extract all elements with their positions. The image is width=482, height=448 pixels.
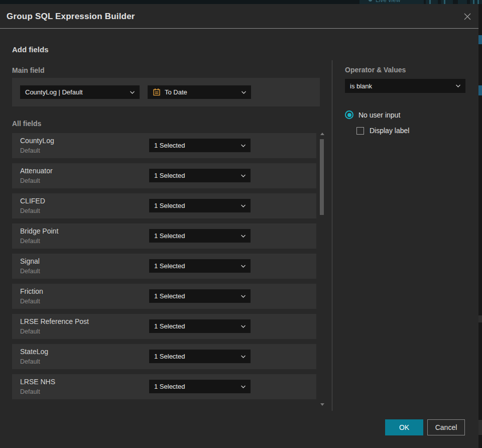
field-subtitle: Default xyxy=(20,238,40,245)
operator-select[interactable]: is blank xyxy=(345,79,465,93)
screen: Live view Group SQL Expression Builder A… xyxy=(0,0,482,448)
checkbox-unchecked-icon xyxy=(356,127,364,135)
field-values-select[interactable]: 1 Selected xyxy=(149,259,251,273)
display-label-checkbox[interactable]: Display label xyxy=(356,127,409,135)
background-toolbar-segment xyxy=(426,0,438,4)
chevron-down-icon xyxy=(240,324,246,328)
background-toolbar-segment xyxy=(470,0,482,4)
chevron-down-icon xyxy=(130,90,135,94)
field-values-select[interactable]: 1 Selected xyxy=(149,289,251,303)
background-app-strip: Live view xyxy=(0,0,482,4)
cancel-button[interactable]: Cancel xyxy=(427,419,465,435)
field-name: Signal xyxy=(20,257,40,265)
field-subtitle: Default xyxy=(20,298,40,305)
field-values-select-value: 1 Selected xyxy=(154,292,185,300)
live-view-chip: Live view xyxy=(359,0,424,4)
field-name: Attenuator xyxy=(20,167,53,175)
field-subtitle: Default xyxy=(20,328,40,335)
main-field-label: Main field xyxy=(12,66,45,74)
background-toolbar-mark xyxy=(429,0,431,4)
no-user-input-label: No user input xyxy=(358,111,400,119)
background-toolbar-mark xyxy=(477,0,479,4)
background-highlight xyxy=(478,85,482,95)
field-row: CLIFED Default 1 Selected xyxy=(12,193,316,218)
ok-button[interactable]: OK xyxy=(385,419,423,435)
scrollbar-down-arrow-icon[interactable] xyxy=(320,403,324,406)
field-subtitle: Default xyxy=(20,388,40,395)
field-values-select-value: 1 Selected xyxy=(154,262,185,270)
background-highlight xyxy=(478,35,482,44)
close-button[interactable] xyxy=(461,11,474,22)
background-toolbar-mark xyxy=(444,0,445,4)
field-name: StateLog xyxy=(20,348,48,356)
field-name: CLIFED xyxy=(20,197,45,205)
field-name: Friction xyxy=(20,287,43,295)
field-subtitle: Default xyxy=(20,268,40,275)
group-sql-expression-builder-dialog: Group SQL Expression Builder Add fields … xyxy=(0,4,478,448)
field-row: LRSE Reference Post Default 1 Selected xyxy=(12,314,316,339)
background-toolbar-mark xyxy=(473,0,474,4)
field-values-select[interactable]: 1 Selected xyxy=(149,139,251,152)
background-fragment xyxy=(478,420,482,435)
field-values-select-value: 1 Selected xyxy=(154,232,185,240)
operator-select-value: is blank xyxy=(350,82,372,90)
field-name: Bridge Point xyxy=(20,227,58,235)
chevron-down-icon xyxy=(240,204,246,207)
field-values-select-value: 1 Selected xyxy=(154,172,185,179)
add-fields-heading: Add fields xyxy=(12,45,49,54)
field-row: Friction Default 1 Selected xyxy=(12,284,316,309)
chevron-down-icon xyxy=(241,90,247,94)
field-values-select[interactable]: 1 Selected xyxy=(149,350,251,363)
live-indicator-dot xyxy=(369,0,372,2)
field-subtitle: Default xyxy=(20,177,40,184)
field-values-select[interactable]: 1 Selected xyxy=(149,169,251,182)
fields-list-scrollbar[interactable] xyxy=(318,132,326,407)
operator-values-label: Operator & Values xyxy=(345,66,406,74)
field-values-select[interactable]: 1 Selected xyxy=(149,319,251,333)
field-subtitle: Default xyxy=(20,147,40,154)
dialog-title: Group SQL Expression Builder xyxy=(7,4,135,29)
chevron-down-icon xyxy=(240,294,246,298)
field-values-select-value: 1 Selected xyxy=(154,383,185,390)
scrollbar-up-arrow-icon[interactable] xyxy=(320,133,324,135)
panel-divider xyxy=(332,60,332,411)
field-row: Attenuator Default 1 Selected xyxy=(12,163,316,188)
field-row: StateLog Default 1 Selected xyxy=(12,344,316,369)
background-fragment xyxy=(478,315,482,322)
field-row: Signal Default 1 Selected xyxy=(12,254,316,279)
no-user-input-radio[interactable]: No user input xyxy=(345,110,400,119)
background-toolbar-segment xyxy=(458,0,467,4)
display-label-label: Display label xyxy=(370,127,409,135)
field-values-select[interactable]: 1 Selected xyxy=(149,229,251,243)
live-view-label: Live view xyxy=(376,0,400,4)
chevron-down-icon xyxy=(240,355,246,358)
field-name: LRSE Reference Post xyxy=(20,317,89,325)
field-row: CountyLog Default 1 Selected xyxy=(12,133,316,158)
chevron-down-icon xyxy=(240,174,246,177)
dialog-titlebar: Group SQL Expression Builder xyxy=(0,4,478,29)
main-field-select-value: CountyLog | Default xyxy=(25,88,83,96)
all-fields-list: CountyLog Default 1 Selected Attenuator … xyxy=(12,133,316,404)
field-name: LRSE NHS xyxy=(20,378,55,386)
field-row: Bridge Point Default 1 Selected xyxy=(12,223,316,249)
field-subtitle: Default xyxy=(20,207,40,214)
field-type-select[interactable]: To Date xyxy=(148,85,251,99)
close-icon xyxy=(463,12,472,21)
calendar-icon xyxy=(153,88,161,96)
field-values-select-value: 1 Selected xyxy=(154,353,185,360)
chevron-down-icon xyxy=(240,385,246,388)
field-values-select[interactable]: 1 Selected xyxy=(149,199,251,212)
all-fields-label: All fields xyxy=(12,120,41,128)
background-toolbar-segment xyxy=(441,0,453,4)
chevron-down-icon xyxy=(240,264,246,268)
main-field-select[interactable]: CountyLog | Default xyxy=(20,85,140,99)
field-values-select[interactable]: 1 Selected xyxy=(149,380,251,393)
field-name: CountyLog xyxy=(20,137,54,145)
scrollbar-thumb[interactable] xyxy=(320,139,324,215)
field-values-select-value: 1 Selected xyxy=(154,322,185,330)
main-field-panel: CountyLog | Default To Date xyxy=(12,78,320,106)
field-type-select-value: To Date xyxy=(165,88,187,96)
field-row: LRSE NHS Default 1 Selected xyxy=(12,374,316,399)
background-right-sliver xyxy=(478,4,482,448)
chevron-down-icon xyxy=(240,144,246,147)
